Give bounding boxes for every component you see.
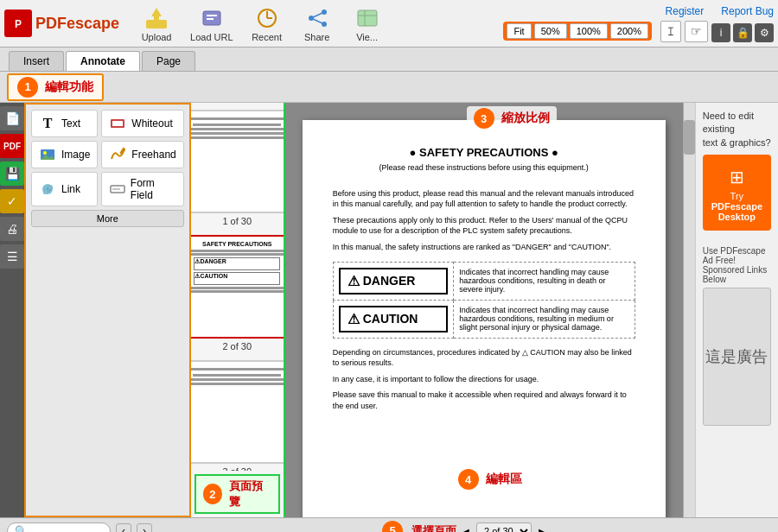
left-icon-bar: 📄 PDF 💾 ✓ 🖨 ☰ xyxy=(0,103,24,517)
main-area: 📄 PDF 💾 ✓ 🖨 ☰ T Text Whiteout Image xyxy=(0,103,778,517)
more-tools-button[interactable]: More xyxy=(31,210,184,227)
label1-number: 1 xyxy=(17,77,38,98)
search-input[interactable] xyxy=(31,526,100,533)
caution-box: ⚠ CAUTION xyxy=(339,306,449,332)
thumbnail-page2[interactable]: SAFETY PRECAUTIONS ⚠DANGER ⚠CAUTION 2 of… xyxy=(191,235,284,352)
recent-button[interactable]: Recent xyxy=(246,3,289,44)
pdf-para6: Please save this manual to make it acces… xyxy=(333,390,635,411)
pdf-page: ● SAFETY PRECAUTIONS ● (Please read thes… xyxy=(303,120,666,517)
check-icon[interactable]: ✓ xyxy=(0,189,24,213)
zoom-50-button[interactable]: 50% xyxy=(534,23,567,39)
print-icon[interactable]: 🖨 xyxy=(0,217,24,241)
pdf-para5: In any case, it is important to follow t… xyxy=(333,374,635,385)
new-document-icon[interactable]: 📄 xyxy=(0,106,24,130)
safety-table: ⚠ DANGER Indicates that incorrect handli… xyxy=(333,262,635,339)
pdf-para3: In this manual, the safety instructions … xyxy=(333,242,635,253)
text-cursor-button[interactable]: 𝙸 xyxy=(660,21,681,42)
thumb-content-1 xyxy=(191,111,284,212)
svg-point-21 xyxy=(43,151,47,155)
register-link[interactable]: Register xyxy=(666,5,705,17)
info-button[interactable]: i xyxy=(711,23,730,42)
upload-icon xyxy=(143,4,170,32)
pdf-viewer[interactable]: ● SAFETY PRECAUTIONS ● (Please read thes… xyxy=(285,103,683,517)
freehand-tool-button[interactable]: Freehand xyxy=(101,141,183,168)
pdf-title: ● SAFETY PRECAUTIONS ● xyxy=(333,146,635,159)
image-tool-icon xyxy=(39,146,56,163)
thumb-frame-1 xyxy=(191,110,284,213)
pdf-scrollbar[interactable] xyxy=(683,103,695,517)
tab-annotate[interactable]: Annotate xyxy=(66,51,140,71)
link-tool-button[interactable]: 🔗 Link xyxy=(31,172,98,206)
text-tool-icon: T xyxy=(39,115,56,132)
windows-icon: ⊞ xyxy=(711,167,762,187)
pdf-icon[interactable]: PDF xyxy=(0,134,24,158)
tab-page[interactable]: Page xyxy=(142,51,195,71)
label3-number: 3 xyxy=(474,108,494,129)
panel2-annotation: 2 頁面預覽 xyxy=(194,474,280,514)
pointer-cursor-button[interactable]: ☞ xyxy=(685,21,708,42)
zoom-toolbar: Fit 50% 100% 200% xyxy=(503,22,652,41)
view-button[interactable]: Vie... xyxy=(346,3,389,44)
svg-marker-3 xyxy=(151,8,162,22)
view-icon xyxy=(354,4,381,32)
lock-button[interactable]: 🔒 xyxy=(733,23,752,42)
caution-row: ⚠ CAUTION Indicates that incorrect handl… xyxy=(333,300,635,338)
scroll-thumb[interactable] xyxy=(684,120,695,155)
tabs-bar: Insert Annotate Page xyxy=(0,48,778,72)
save-icon[interactable]: 💾 xyxy=(0,162,24,186)
zoom-100-button[interactable]: 100% xyxy=(570,23,608,39)
load-url-label: Load URL xyxy=(190,32,233,42)
share-icon xyxy=(303,4,331,32)
danger-desc: Indicates that incorrect handling may ca… xyxy=(454,262,635,300)
settings-button[interactable]: ⚙ xyxy=(755,23,774,42)
svg-rect-15 xyxy=(358,10,377,26)
thumbnail-page1[interactable]: 1 of 30 xyxy=(191,110,284,226)
share-label: Share xyxy=(304,32,329,42)
svg-line-14 xyxy=(311,18,324,24)
link-tool-label: Link xyxy=(61,183,80,195)
right-sidebar: Need to edit existing text & graphics? ⊞… xyxy=(695,103,778,517)
page-select-dropdown[interactable]: 2 of 30 xyxy=(476,522,532,533)
caution-label: CAUTION xyxy=(363,312,418,326)
zoom-200-button[interactable]: 200% xyxy=(610,23,648,39)
cursor-tools: 𝙸 ☞ xyxy=(660,21,708,42)
text-tool-label: Text xyxy=(61,117,80,130)
prev-page-button[interactable]: ‹ xyxy=(116,523,131,533)
ad-content-box: 這是廣告 xyxy=(703,288,771,426)
edit-area-annotation: 4 編輯區 xyxy=(450,467,531,491)
page-label: ◄ xyxy=(462,526,471,533)
upload-button[interactable]: Upload xyxy=(135,3,178,44)
zoom-fit-button[interactable]: Fit xyxy=(507,23,531,39)
tools-grid: T Text Whiteout Image Freehand xyxy=(31,110,184,206)
thumb-content-2: SAFETY PRECAUTIONS ⚠DANGER ⚠CAUTION xyxy=(191,237,284,337)
next-page-button[interactable]: › xyxy=(137,523,152,533)
danger-label: DANGER xyxy=(363,274,416,288)
label1-text: 編輯功能 xyxy=(45,79,93,95)
label4-text: 編輯區 xyxy=(486,472,522,487)
menu-icon[interactable]: ☰ xyxy=(0,244,24,269)
report-bug-link[interactable]: Report Bug xyxy=(721,5,774,17)
load-url-button[interactable]: Load URL xyxy=(185,3,239,44)
thumb-frame-2: SAFETY PRECAUTIONS ⚠DANGER ⚠CAUTION xyxy=(191,235,284,339)
danger-row: ⚠ DANGER Indicates that incorrect handli… xyxy=(333,262,635,300)
upload-label: Upload xyxy=(142,32,172,42)
text-tool-button[interactable]: T Text xyxy=(31,110,98,137)
label2-text: 頁面預覽 xyxy=(229,478,271,510)
tab-insert[interactable]: Insert xyxy=(9,51,64,71)
try-desktop-button[interactable]: ⊞ Try PDFescape Desktop xyxy=(703,155,771,231)
whiteout-tool-button[interactable]: Whiteout xyxy=(101,110,183,137)
ad-content-text: 這是廣告 xyxy=(705,346,768,367)
pdf-content-area: 3 縮放比例 ● SAFETY PRECAUTIONS ● (Please re… xyxy=(285,103,695,517)
search-box[interactable]: 🔍 xyxy=(7,522,111,533)
label3-text: 縮放比例 xyxy=(501,111,550,126)
svg-text:🔗: 🔗 xyxy=(42,184,54,195)
image-tool-button[interactable]: Image xyxy=(31,141,98,168)
thumbnail-page3[interactable]: 3 of 30 xyxy=(191,360,284,471)
thumb-label-2: 2 of 30 xyxy=(222,341,252,352)
form-field-tool-button[interactable]: Form Field xyxy=(101,172,183,206)
thumb-label-1: 1 of 30 xyxy=(222,216,252,226)
desktop-label: PDFescape Desktop xyxy=(711,201,762,222)
whiteout-tool-label: Whiteout xyxy=(131,117,172,130)
share-button[interactable]: Share xyxy=(296,3,339,44)
search-icon: 🔍 xyxy=(15,525,28,533)
